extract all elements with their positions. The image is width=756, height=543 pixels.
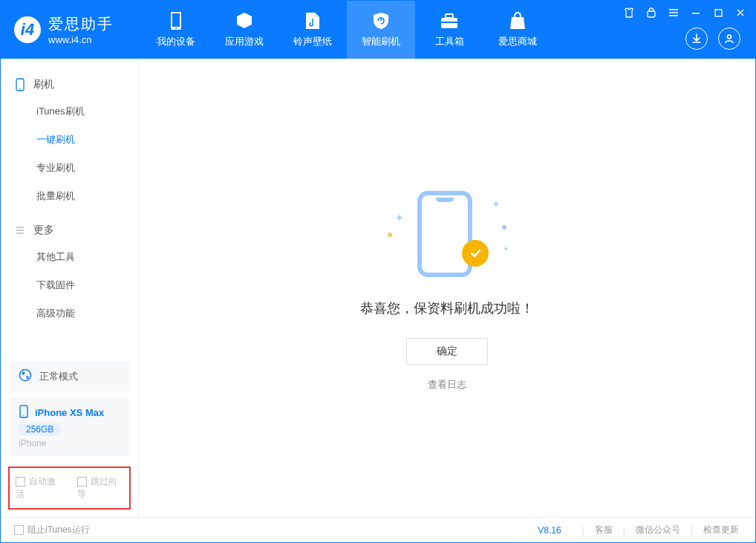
device-type: iPhone	[19, 438, 46, 449]
svg-rect-11	[715, 10, 722, 16]
success-message: 恭喜您，保资料刷机成功啦！	[360, 299, 534, 317]
nav-label: 智能刷机	[362, 35, 400, 48]
svg-point-14	[728, 35, 731, 39]
app-name: 爱思助手	[48, 14, 114, 34]
support-link[interactable]: 客服	[592, 524, 616, 536]
mode-card[interactable]: 正常模式	[10, 361, 129, 391]
footer-bar: 阻止iTunes运行 V8.16 | 客服 | 微信公众号 | 检查更新	[1, 517, 755, 542]
success-illustration: ✦ ✦ •	[388, 185, 506, 282]
dot-icon	[502, 225, 506, 230]
svg-rect-5	[441, 22, 457, 23]
app-url: www.i4.cn	[48, 34, 114, 45]
sidebar-item-download-firmware[interactable]: 下载固件	[1, 271, 138, 299]
sidebar-item-batch-flash[interactable]: 批量刷机	[1, 182, 138, 210]
svg-rect-6	[648, 11, 655, 17]
sidebar-item-itunes-flash[interactable]: iTunes刷机	[1, 97, 138, 126]
section-title: 刷机	[33, 78, 54, 91]
download-button[interactable]	[685, 27, 708, 50]
list-icon	[14, 224, 26, 236]
titlebar-controls	[623, 7, 746, 19]
music-file-icon	[303, 11, 322, 30]
sparkle-icon: ✦	[492, 198, 501, 210]
section-header-more[interactable]: 更多	[1, 218, 138, 243]
svg-point-21	[22, 372, 25, 375]
phone-icon	[166, 11, 186, 30]
svg-rect-4	[446, 14, 453, 18]
sidebar-item-onekey-flash[interactable]: 一键刷机	[1, 126, 138, 154]
phone-illustration	[417, 191, 472, 277]
svg-point-20	[20, 370, 31, 381]
shield-refresh-icon	[371, 11, 391, 30]
user-button[interactable]	[718, 27, 740, 50]
close-button[interactable]	[734, 7, 746, 19]
auto-activate-checkbox[interactable]: 自动激活	[16, 475, 62, 501]
lock-icon[interactable]	[645, 7, 657, 19]
option-checks-highlight: 自动激活 跳过向导	[8, 466, 131, 510]
svg-point-2	[175, 27, 177, 29]
bag-icon	[508, 11, 527, 30]
header-bar: i4 爱思助手 www.i4.cn 我的设备 应用游戏 铃声壁纸	[1, 1, 755, 59]
logo-icon: i4	[14, 16, 41, 43]
top-nav: 我的设备 应用游戏 铃声壁纸 智能刷机 工具箱	[142, 1, 552, 59]
dot-icon	[388, 233, 392, 237]
sidebar-section-flash: 刷机 iTunes刷机 一键刷机 专业刷机 批量刷机	[1, 72, 138, 218]
sparkle-icon: ✦	[395, 212, 404, 224]
section-title: 更多	[33, 224, 54, 237]
maximize-button[interactable]	[712, 7, 724, 19]
header-right-actions	[685, 27, 740, 50]
nav-label: 我的设备	[157, 35, 195, 48]
logo-block[interactable]: i4 爱思助手 www.i4.cn	[1, 14, 127, 45]
nav-ringtone-wallpaper[interactable]: 铃声壁纸	[278, 1, 347, 59]
svg-point-16	[19, 88, 21, 90]
svg-point-22	[27, 377, 29, 379]
block-itunes-checkbox[interactable]: 阻止iTunes运行	[14, 524, 90, 536]
main-content: ✦ ✦ • 恭喜您，保资料刷机成功啦！ 确定 查看日志	[139, 59, 755, 517]
minimize-button[interactable]	[690, 7, 702, 19]
nav-toolbox[interactable]: 工具箱	[415, 1, 483, 59]
phone-outline-icon	[14, 79, 26, 91]
wechat-link[interactable]: 微信公众号	[633, 524, 683, 536]
svg-rect-1	[172, 13, 180, 27]
version-label: V8.16	[538, 525, 561, 536]
device-phone-icon	[19, 405, 29, 420]
block-itunes-label: 阻止iTunes运行	[27, 524, 90, 536]
section-header-flash[interactable]: 刷机	[1, 72, 138, 97]
nav-my-device[interactable]: 我的设备	[142, 1, 210, 59]
svg-point-24	[23, 415, 25, 417]
nav-label: 铃声壁纸	[293, 35, 332, 48]
view-log-link[interactable]: 查看日志	[428, 378, 466, 391]
storage-badge: 256GB	[19, 423, 61, 435]
sidebar-item-pro-flash[interactable]: 专业刷机	[1, 154, 138, 182]
menu-icon[interactable]	[668, 7, 680, 19]
nav-store[interactable]: 爱思商城	[483, 1, 552, 59]
nav-label: 应用游戏	[225, 35, 264, 48]
sidebar: 刷机 iTunes刷机 一键刷机 专业刷机 批量刷机 更多 其他工具 下载固件 …	[1, 59, 139, 517]
nav-smart-flash[interactable]: 智能刷机	[347, 1, 415, 59]
check-update-link[interactable]: 检查更新	[700, 524, 742, 536]
nav-label: 工具箱	[435, 35, 464, 48]
toolbox-icon	[440, 11, 459, 30]
check-badge-icon	[462, 240, 489, 267]
ok-button[interactable]: 确定	[406, 338, 488, 365]
logo-text: 爱思助手 www.i4.cn	[48, 14, 114, 45]
mode-label: 正常模式	[39, 370, 78, 383]
sidebar-section-more: 更多 其他工具 下载固件 高级功能	[1, 218, 138, 335]
device-name: iPhone XS Max	[35, 407, 104, 418]
tshirt-icon[interactable]	[623, 7, 635, 19]
skip-guide-checkbox[interactable]: 跳过向导	[77, 475, 124, 501]
sidebar-item-other-tools[interactable]: 其他工具	[1, 243, 138, 271]
sidebar-item-advanced[interactable]: 高级功能	[1, 299, 138, 328]
mode-icon	[19, 368, 32, 384]
nav-apps-games[interactable]: 应用游戏	[210, 1, 278, 59]
cube-icon	[235, 11, 254, 30]
sparkle-icon: •	[504, 243, 508, 255]
device-card[interactable]: iPhone XS Max 256GB iPhone	[10, 397, 129, 456]
nav-label: 爱思商城	[498, 35, 537, 48]
